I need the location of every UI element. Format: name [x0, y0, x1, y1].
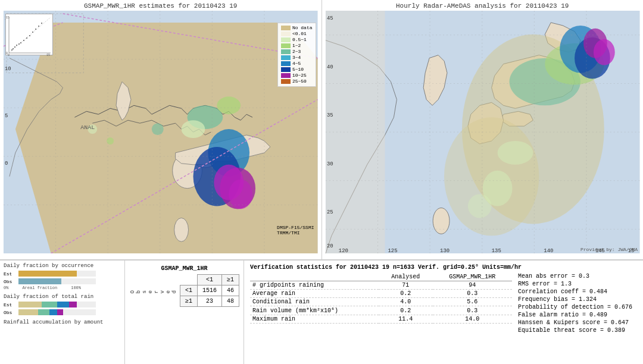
bar-est-seg1 — [18, 302, 42, 307]
bottom-right-verif: Verification statistics for 20110423 19 … — [244, 261, 643, 364]
ctable-header-row: <1 ≥1 — [180, 275, 239, 285]
ctable-row1-label: <1 — [180, 285, 198, 296]
ctable-row1: <1 1516 46 — [180, 285, 239, 296]
verif-title: Verification statistics for 20110423 19 … — [250, 264, 637, 271]
verif-table-body: # gridpoints raining 71 94 Average rain … — [250, 281, 512, 324]
legend-label-4-5: 4~5 — [292, 61, 301, 66]
svg-point-34 — [107, 137, 114, 145]
svg-point-10 — [26, 37, 27, 39]
bar-est-seg3 — [57, 302, 69, 307]
ctable-row2: ≥1 23 48 — [180, 296, 239, 307]
legend-color-4-5 — [281, 61, 291, 66]
svg-point-26 — [217, 96, 241, 114]
legend-25-50: 25~50 — [281, 79, 313, 84]
verif-row-v1-4: 11.4 — [379, 315, 433, 324]
bar-est-fill1 — [18, 271, 77, 277]
bar-est-row2: Est — [4, 301, 121, 308]
verif-row-v2-4: 14.0 — [433, 315, 512, 324]
svg-point-15 — [41, 23, 42, 24]
ctable-header-ge1: ≥1 — [222, 275, 239, 285]
svg-text:45: 45 — [326, 15, 333, 21]
svg-text:35: 35 — [326, 112, 333, 118]
legend-label-lt001: <0.01 — [292, 31, 307, 36]
stat-item-0: Mean abs error = 0.3 — [518, 273, 637, 280]
verif-row-4: Maximum rain 11.4 14.0 — [250, 315, 512, 324]
svg-point-8 — [20, 42, 21, 43]
bottom-row: Daily fraction by occurrence Est Obs 0% … — [0, 260, 643, 364]
legend-label-1-2: 1~2 — [292, 43, 301, 48]
svg-point-6 — [16, 45, 17, 46]
svg-text:30: 30 — [326, 161, 333, 167]
legend-5-10: 5~10 — [281, 67, 313, 72]
svg-point-4 — [13, 48, 14, 49]
stat-item-1: RMS error = 1.3 — [518, 281, 637, 287]
bar-obs-seg2 — [38, 309, 50, 315]
legend-color-5-10 — [281, 67, 291, 72]
svg-point-67 — [467, 194, 491, 218]
legend-color-3-4 — [281, 55, 291, 60]
legend-05-1: 0.5~1 — [281, 37, 313, 42]
svg-text:135: 135 — [491, 248, 501, 253]
legend-color-10-25 — [281, 73, 291, 78]
left-map-legend: No data <0.01 0.5~1 1~2 — [277, 23, 316, 87]
chart-rainfall-title: Rainfall accumulation by amount — [4, 319, 121, 325]
chart-rainfall-amount: Rainfall accumulation by amount — [4, 319, 121, 325]
axis-areal: Areal fraction — [22, 285, 57, 290]
left-map-panel: GSMAP_MWR_1HR estimates for 20110423 19 — [0, 0, 322, 259]
provided-by-label: Provided by: JWA/JMA — [580, 247, 638, 252]
right-map-title: Hourly Radar-AMeDAS analysis for 2011042… — [324, 2, 641, 10]
main-container: GSMAP_MWR_1HR estimates for 20110423 19 — [0, 0, 643, 364]
right-map-svg: 45 40 35 30 25 20 120 125 130 135 140 14… — [324, 11, 641, 253]
gsmap-line1: DMSP-F15/SSMI — [277, 225, 314, 230]
verif-row-v1-0: 71 — [379, 281, 433, 290]
legend-4-5: 4~5 — [281, 61, 313, 66]
svg-text:ANAL: ANAL — [80, 124, 95, 131]
verif-row-v2-3: 0.3 — [433, 306, 512, 315]
legend-10-25: 10~25 — [281, 73, 313, 78]
svg-point-12 — [32, 32, 33, 33]
svg-text:40: 40 — [326, 64, 333, 70]
svg-point-13 — [35, 29, 36, 30]
verif-col2-header: GSMAP_MWR_1HR — [433, 273, 512, 281]
chart-rain-fraction-title: Daily fraction of total rain — [4, 294, 121, 300]
bar-est-multi2 — [18, 302, 96, 307]
stat-item-2: Correlation coeff = 0.484 — [518, 288, 637, 295]
axis-100pct: 100% — [71, 285, 81, 290]
verif-row-0: # gridpoints raining 71 94 — [250, 281, 512, 290]
ctable-row1-val1: 1516 — [198, 285, 222, 296]
svg-point-5 — [14, 46, 15, 48]
svg-point-11 — [29, 35, 30, 36]
verif-row-v1-1: 0.2 — [379, 290, 433, 298]
verif-row-v2-1: 0.3 — [433, 290, 512, 298]
svg-point-45 — [174, 218, 189, 241]
svg-text:140: 140 — [544, 248, 553, 253]
stat-item-4: Probability of detection = 0.676 — [518, 304, 637, 310]
legend-label-05-1: 0.5~1 — [292, 37, 307, 42]
verif-col-name-header — [250, 273, 379, 281]
bar-obs-seg4 — [57, 309, 63, 315]
legend-label-10-25: 10~25 — [292, 73, 307, 78]
bar-est-container2 — [18, 302, 96, 307]
verif-content: Analysed GSMAP_MWR_1HR # gridpoints rain… — [250, 273, 637, 335]
svg-point-14 — [38, 26, 39, 27]
ctable-row1-val2: 46 — [222, 285, 239, 296]
svg-point-9 — [23, 40, 24, 41]
stat-item-7: Equitable threat score = 0.389 — [518, 327, 637, 334]
legend-color-1-2 — [281, 43, 291, 48]
legend-color-2-3 — [281, 49, 291, 54]
legend-label-3-4: 3~4 — [292, 55, 301, 60]
verif-row-2: Conditional rain 4.0 5.6 — [250, 298, 512, 306]
svg-text:20: 20 — [326, 243, 333, 249]
contingency-wrapper: Observed <1 ≥1 <1 1516 46 — [130, 274, 239, 308]
bar-est-seg4 — [69, 302, 77, 307]
stat-item-5: False alarm ratio = 0.489 — [518, 312, 637, 318]
bar-obs-row2: Obs — [4, 309, 121, 316]
verif-header-row: Analysed GSMAP_MWR_1HR — [250, 273, 512, 281]
svg-text:15: 15 — [6, 16, 10, 20]
gsmap-source-label: DMSP-F15/SSMI TRMM/TMI — [277, 225, 314, 236]
bar-est-container1 — [18, 271, 96, 277]
chart-occurrence: Daily fraction by occurrence Est Obs 0% … — [4, 263, 121, 290]
legend-3-4: 3~4 — [281, 55, 313, 60]
verif-row-name-0: # gridpoints raining — [250, 281, 379, 290]
bar-obs-container2 — [18, 309, 96, 315]
